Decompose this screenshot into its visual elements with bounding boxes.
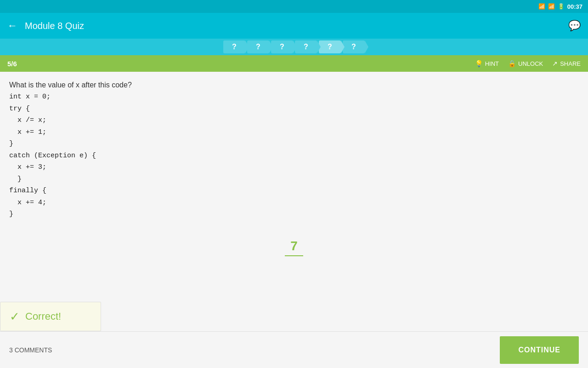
answer-area: 7: [9, 239, 579, 256]
back-button[interactable]: ←: [7, 20, 17, 32]
correct-text: Correct!: [25, 310, 61, 322]
question-text: What is the value of x after this code?: [9, 81, 579, 89]
comments-button[interactable]: 3 COMMENTS: [9, 346, 52, 354]
unlock-button[interactable]: 🔒 UNLOCK: [508, 60, 543, 67]
lock-icon: 🔒: [508, 60, 516, 67]
progress-item-3[interactable]: ?: [271, 40, 293, 53]
counter-bar: 5/6 💡 HINT 🔒 UNLOCK ↗ SHARE: [0, 55, 588, 72]
battery-icon: 🔋: [558, 3, 565, 10]
bottom-bar: 3 COMMENTS CONTINUE: [0, 331, 588, 368]
time-display: 00:37: [567, 3, 582, 10]
toolbar-actions: 💡 HINT 🔒 UNLOCK ↗ SHARE: [475, 60, 581, 67]
code-block: int x = 0; try { x /= x; x += 1; } catch…: [9, 91, 579, 220]
question-counter: 5/6: [7, 60, 475, 68]
progress-item-4[interactable]: ?: [295, 40, 317, 53]
progress-item-2[interactable]: ?: [247, 40, 269, 53]
check-icon: ✓: [10, 310, 20, 324]
progress-item-6[interactable]: ?: [343, 40, 365, 53]
answer-value: 7: [285, 239, 303, 256]
progress-item-1[interactable]: ?: [223, 40, 245, 53]
chat-icon[interactable]: 💬: [568, 20, 581, 32]
continue-button[interactable]: CONTINUE: [500, 336, 579, 364]
wifi-icon: 📶: [538, 3, 545, 10]
correct-banner: ✓ Correct!: [0, 302, 101, 331]
main-content: What is the value of x after this code? …: [0, 72, 588, 331]
hint-icon: 💡: [475, 60, 483, 67]
status-icons: 📶 📶 🔋 00:37: [538, 3, 582, 10]
progress-bar: ? ? ? ? ? ?: [0, 39, 588, 55]
hint-button[interactable]: 💡 HINT: [475, 60, 499, 67]
nav-title: Module 8 Quiz: [25, 21, 561, 31]
top-bar: ← Module 8 Quiz 💬: [0, 13, 588, 39]
share-button[interactable]: ↗ SHARE: [552, 60, 581, 67]
status-bar: 📶 📶 🔋 00:37: [0, 0, 588, 13]
share-icon: ↗: [552, 60, 558, 67]
progress-item-5[interactable]: ?: [319, 40, 341, 53]
signal-icon: 📶: [548, 3, 555, 10]
